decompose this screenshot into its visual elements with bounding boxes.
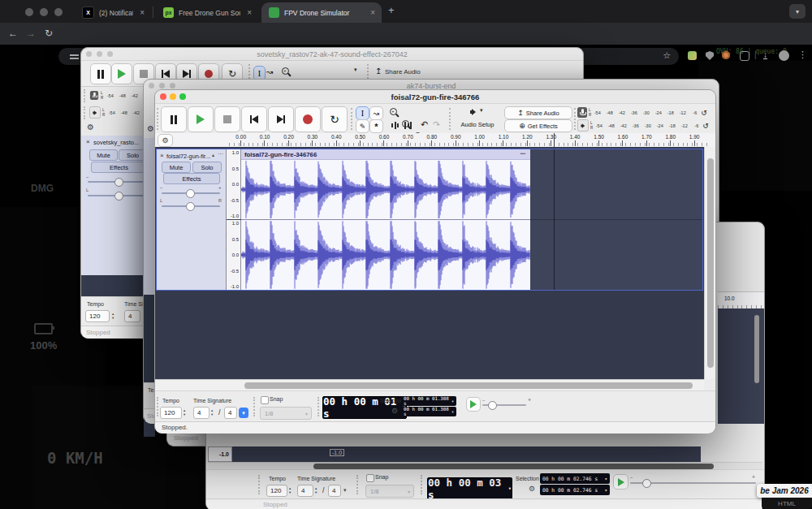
redo-button[interactable]: ↷ bbox=[433, 119, 440, 130]
timeline-options-gear-icon[interactable]: ⚙ bbox=[87, 123, 94, 132]
play-at-speed-button[interactable] bbox=[466, 397, 481, 412]
tab-close-icon[interactable]: × bbox=[133, 8, 151, 17]
mute-button[interactable]: Mute bbox=[89, 149, 118, 161]
time-signature-upper-input[interactable]: 4 bbox=[193, 407, 209, 419]
vertical-scrollbar[interactable] bbox=[754, 315, 759, 383]
snap-checkbox[interactable] bbox=[261, 396, 269, 404]
mic-icon[interactable] bbox=[577, 107, 587, 118]
selection-end-display[interactable]: 00 h 00 m 02.746 s▾ bbox=[540, 485, 610, 495]
track-close-icon[interactable]: × bbox=[160, 152, 164, 159]
time-signature-upper-input[interactable]: 4 bbox=[297, 485, 313, 497]
time-signature-lower-select[interactable]: 4 bbox=[224, 407, 237, 419]
loop-button[interactable]: ↻ bbox=[322, 106, 348, 132]
selection-start-display[interactable]: 00 h 00 m 01.308 s▾ bbox=[401, 396, 456, 406]
tempo-stepper[interactable]: ▴▾ bbox=[184, 407, 185, 419]
skip-to-start-button[interactable] bbox=[241, 106, 267, 132]
clip-menu-icon[interactable]: ••• bbox=[520, 151, 525, 156]
toolbar-grip[interactable] bbox=[157, 108, 160, 130]
play-button[interactable] bbox=[188, 106, 214, 132]
audio-setup-button[interactable]: ▾ Audio Setup bbox=[454, 106, 501, 132]
extensions-puzzle-icon[interactable] bbox=[740, 51, 749, 61]
timeline-options-gear-icon[interactable]: ⚙ bbox=[147, 124, 154, 133]
time-signature-lower-dropdown[interactable]: ▾ bbox=[239, 408, 248, 418]
time-signature-lower-caret[interactable]: ▾ bbox=[343, 487, 347, 494]
profile-avatar[interactable] bbox=[779, 50, 789, 61]
gain-slider-knob[interactable] bbox=[186, 189, 195, 198]
toolbar-grip[interactable] bbox=[421, 475, 424, 494]
speaker-icon[interactable] bbox=[89, 106, 101, 119]
playback-meter[interactable]: LR -54-48-42-36-30-24-18-12-6 ↺ bbox=[577, 119, 712, 132]
waveform-channel-left[interactable] bbox=[241, 160, 530, 219]
track-close-icon[interactable]: × bbox=[86, 138, 90, 145]
tab-search-chevron-button[interactable]: ▾ bbox=[789, 4, 806, 19]
window-titlebar[interactable]: sovetsky_rastov72-ak-47-sound-effect-267… bbox=[81, 48, 583, 60]
tab-notifications-x[interactable]: X (2) Notifications / X × bbox=[75, 2, 151, 23]
extension-starburst-icon[interactable] bbox=[722, 51, 730, 59]
zoom-in-tool[interactable]: + bbox=[388, 106, 399, 119]
tab-free-drone-gun-sound[interactable]: px Free Drone Gun Sound Effect × bbox=[156, 2, 258, 23]
snap-checkbox[interactable] bbox=[366, 474, 374, 482]
macos-minimize-button[interactable] bbox=[40, 8, 48, 16]
macos-close-button[interactable] bbox=[25, 8, 33, 16]
record-button[interactable] bbox=[295, 106, 321, 132]
time-signature-stepper[interactable]: ▴▾ bbox=[315, 485, 317, 497]
tab-close-icon[interactable]: × bbox=[240, 8, 258, 17]
reload-icon[interactable]: ↻ bbox=[41, 28, 57, 39]
envelope-tool[interactable]: ↝ bbox=[266, 67, 273, 76]
toolbar-grip[interactable] bbox=[351, 108, 354, 130]
time-signature-lower-select[interactable]: 4 bbox=[328, 485, 341, 497]
skip-to-end-button[interactable] bbox=[268, 106, 294, 132]
horizontal-scrollbar[interactable] bbox=[155, 379, 704, 390]
undo-button[interactable]: ↶ bbox=[421, 119, 428, 130]
gain-slider-knob[interactable] bbox=[114, 178, 123, 187]
toolbar-grip[interactable] bbox=[253, 397, 257, 416]
track-name[interactable]: foisal72-gun-fir... bbox=[166, 153, 212, 160]
selection-settings-gear-icon[interactable]: ⚙ bbox=[391, 407, 398, 415]
extension-colorwheel-icon[interactable] bbox=[688, 51, 697, 60]
pause-button[interactable] bbox=[161, 106, 187, 132]
mute-button[interactable]: Mute bbox=[162, 162, 191, 173]
site-settings-icon[interactable] bbox=[70, 53, 79, 60]
macos-zoom-button[interactable] bbox=[54, 8, 63, 16]
envelope-tool[interactable]: ↝ bbox=[369, 106, 383, 120]
toolbar-grip[interactable] bbox=[449, 108, 452, 130]
stop-button[interactable] bbox=[214, 106, 240, 132]
toolbar-grip[interactable] bbox=[258, 475, 261, 494]
back-icon[interactable]: ← bbox=[5, 28, 21, 39]
snap-value-dropdown[interactable]: 1/8 ▾ bbox=[260, 407, 312, 420]
draw-tool[interactable]: ✎ bbox=[356, 119, 369, 133]
vertical-scrollbar[interactable] bbox=[704, 147, 715, 379]
vibe-jam-badge[interactable]: be Jam 2026 bbox=[757, 484, 812, 498]
bookmark-star-icon[interactable]: ☆ bbox=[663, 50, 671, 61]
audio-position-display[interactable]: 00 h 00 m 03 s ▾ bbox=[427, 477, 512, 500]
timeline-options-button[interactable]: ⚙ bbox=[158, 134, 173, 147]
playback-speed-knob[interactable] bbox=[642, 479, 651, 488]
silence-audio-button[interactable] bbox=[404, 122, 412, 129]
meter-refresh-icon[interactable]: ↺ bbox=[702, 122, 709, 130]
meter-refresh-icon[interactable]: ↺ bbox=[701, 109, 707, 117]
track-menu-icon[interactable]: ⋯ bbox=[218, 151, 223, 157]
selection-end-display[interactable]: 00 h 00 m 01.308 s▾ bbox=[401, 407, 456, 416]
timeline-ruler-peek[interactable]: 10.0 bbox=[718, 291, 764, 310]
tempo-input[interactable]: 120 bbox=[85, 310, 110, 322]
snap-value-dropdown[interactable]: 1/8 ▾ bbox=[365, 485, 414, 498]
track-strip[interactable]: -1.0 bbox=[232, 446, 701, 462]
zoom-in-tool[interactable]: + bbox=[280, 66, 291, 78]
pan-slider-knob[interactable] bbox=[114, 192, 123, 201]
playback-speed-knob[interactable] bbox=[488, 401, 497, 410]
vertical-scrollbar-thumb[interactable] bbox=[707, 158, 714, 368]
time-signature-stepper[interactable]: ▴▾ bbox=[211, 407, 213, 419]
tempo-stepper[interactable]: ▴▾ bbox=[289, 485, 291, 497]
play-button[interactable] bbox=[111, 63, 132, 84]
audio-setup-caret-icon[interactable]: ▾ bbox=[354, 67, 357, 73]
tab-fpv-drone-simulator[interactable]: FPV Drone Simulator × bbox=[261, 2, 382, 23]
solo-button[interactable]: Solo bbox=[192, 162, 222, 173]
download-icon[interactable]: ↓ bbox=[763, 51, 767, 59]
kebab-menu-icon[interactable]: ⋮ bbox=[798, 50, 807, 60]
recording-meter[interactable]: LR -54-48-42-36-30-24-18-12-6 ↺ bbox=[577, 106, 712, 119]
forward-icon[interactable]: → bbox=[23, 28, 39, 39]
selection-settings-gear-icon[interactable]: ⚙ bbox=[529, 485, 535, 493]
horizontal-scrollbar-thumb[interactable] bbox=[313, 464, 714, 469]
play-at-speed-button[interactable] bbox=[613, 474, 628, 490]
get-effects-button[interactable]: ⊕ Get Effects bbox=[504, 119, 572, 132]
